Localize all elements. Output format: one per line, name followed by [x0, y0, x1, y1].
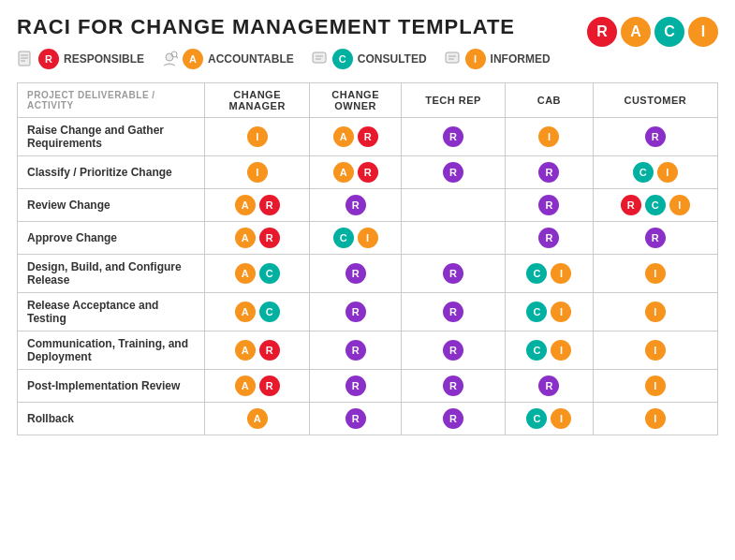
customer-cell: I: [593, 370, 717, 403]
table-row: Raise Change and Gather Requirements I A…: [18, 118, 718, 156]
tech-rep-cell: [401, 222, 505, 255]
svg-rect-10: [446, 52, 459, 63]
badge-C: C: [645, 195, 666, 215]
badge-R: R: [443, 340, 463, 361]
badge-I: I: [551, 408, 571, 429]
badge-R: R: [645, 126, 666, 147]
badge-R: R: [538, 195, 559, 215]
change-owner-cell: CI: [310, 222, 402, 255]
change-manager-cell: I: [205, 156, 310, 189]
badge-A: A: [333, 162, 354, 183]
badge-C: C: [526, 302, 547, 322]
badge-I: I: [247, 126, 268, 147]
change-manager-cell: AR: [205, 332, 310, 370]
title-i-badge: I: [688, 17, 718, 47]
badge-R: R: [345, 376, 366, 396]
badge-I: I: [669, 195, 690, 215]
badge-I: I: [538, 126, 559, 147]
badge-A: A: [235, 263, 256, 284]
tech-rep-cell: R: [401, 293, 505, 332]
change-owner-cell: AR: [310, 118, 402, 156]
change-owner-cell: R: [310, 255, 402, 293]
badge-C: C: [259, 302, 280, 322]
badge-A: A: [333, 126, 354, 147]
badge-I: I: [645, 408, 666, 429]
customer-cell: R: [593, 222, 717, 255]
c-badge: C: [332, 49, 353, 69]
table-row: Design, Build, and Configure Release AC …: [18, 255, 718, 293]
badge-A: A: [235, 376, 256, 396]
change-owner-cell: AR: [310, 156, 402, 189]
title-a-badge: A: [621, 17, 651, 47]
badge-I: I: [645, 376, 666, 396]
change-owner-cell: R: [310, 332, 402, 370]
change-owner-cell: R: [310, 403, 402, 435]
raci-table: PROJECT DELIVERABLE / ACTIVITY CHANGEMAN…: [17, 82, 718, 435]
badge-A: A: [247, 408, 268, 429]
title-r-badge: R: [587, 17, 617, 47]
badge-R: R: [443, 376, 463, 396]
col-change-owner: CHANGEOWNER: [310, 83, 402, 118]
title-badge-group: R A C I: [587, 17, 718, 47]
change-owner-cell: R: [310, 370, 402, 403]
accountable-label: ACCOUNTABLE: [208, 52, 294, 66]
legend-accountable: A ACCOUNTABLE: [161, 49, 294, 69]
badge-C: C: [333, 228, 354, 248]
badge-C: C: [526, 263, 547, 284]
badge-R: R: [443, 302, 463, 322]
i-badge: I: [465, 49, 486, 69]
tech-rep-cell: R: [401, 403, 505, 435]
tech-rep-cell: R: [401, 156, 505, 189]
badge-I: I: [358, 228, 378, 248]
badge-R: R: [345, 195, 366, 215]
badge-R: R: [345, 340, 366, 361]
badge-C: C: [526, 340, 547, 361]
change-manager-cell: AR: [205, 370, 310, 403]
tech-rep-cell: R: [401, 332, 505, 370]
customer-cell: I: [593, 293, 717, 332]
svg-line-6: [176, 56, 178, 58]
page-title: RACI FOR CHANGE MANAGEMENT TEMPLATE: [17, 15, 515, 39]
change-manager-cell: AR: [205, 189, 310, 222]
document-icon: [17, 51, 34, 67]
badge-R: R: [345, 263, 366, 284]
badge-R: R: [358, 126, 378, 147]
tech-rep-cell: R: [401, 255, 505, 293]
badge-C: C: [259, 263, 280, 284]
tech-rep-cell: [401, 189, 505, 222]
change-manager-cell: AC: [205, 293, 310, 332]
activity-cell: Rollback: [18, 403, 205, 435]
activity-cell: Approve Change: [18, 222, 205, 255]
badge-R: R: [345, 408, 366, 429]
change-manager-cell: AR: [205, 222, 310, 255]
consulted-label: CONSULTED: [358, 52, 427, 66]
badge-I: I: [551, 263, 571, 284]
cab-cell: CI: [506, 403, 593, 435]
tech-rep-cell: R: [401, 370, 505, 403]
badge-I: I: [645, 302, 666, 322]
badge-I: I: [657, 162, 678, 183]
legend-row: R RESPONSIBLE A ACCOUNTABLE C CONSULTED …: [17, 49, 718, 69]
consulted-icon: [311, 51, 328, 67]
search-person-icon: [161, 51, 178, 67]
activity-cell: Post-Implementation Review: [18, 370, 205, 403]
col-tech-rep: TECH REP: [401, 83, 505, 118]
col-customer: CUSTOMER: [593, 83, 717, 118]
badge-A: A: [235, 228, 256, 248]
informed-label: INFORMED: [491, 52, 551, 66]
badge-I: I: [645, 340, 666, 361]
table-row: Release Acceptance and Testing AC R R CI…: [18, 293, 718, 332]
table-row: Approve Change AR CI R R: [18, 222, 718, 255]
table-row: Classify / Prioritize Change I AR R R CI: [18, 156, 718, 189]
customer-cell: I: [593, 332, 717, 370]
legend-responsible: R RESPONSIBLE: [17, 49, 144, 69]
badge-R: R: [443, 162, 463, 183]
badge-R: R: [259, 228, 280, 248]
change-owner-cell: R: [310, 189, 402, 222]
svg-point-4: [166, 53, 173, 61]
activity-cell: Release Acceptance and Testing: [18, 293, 205, 332]
badge-R: R: [443, 263, 463, 284]
cab-cell: R: [506, 156, 593, 189]
activity-cell: Review Change: [18, 189, 205, 222]
badge-R: R: [259, 340, 280, 361]
